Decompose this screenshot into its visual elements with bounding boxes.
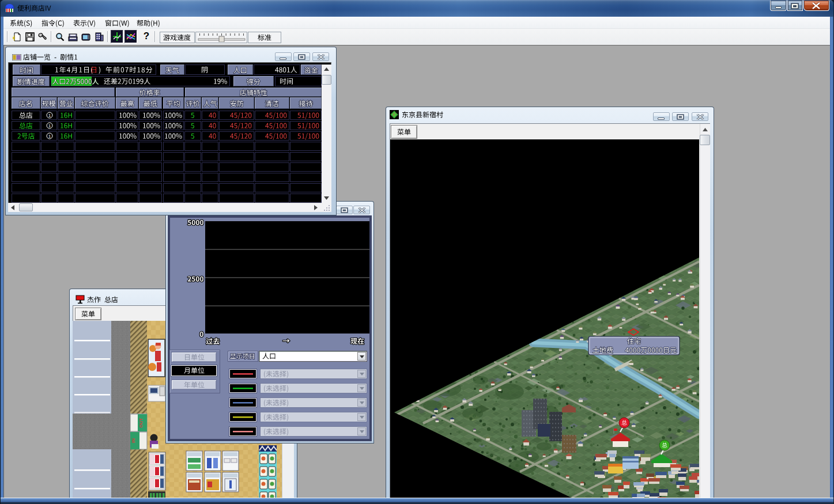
svg-text:1: 1 [48,113,51,118]
svg-text:1: 1 [48,123,51,128]
svg-text:OUT: OUT [138,418,144,427]
svg-text:1: 1 [48,134,51,139]
svg-text:IN: IN [131,438,136,443]
